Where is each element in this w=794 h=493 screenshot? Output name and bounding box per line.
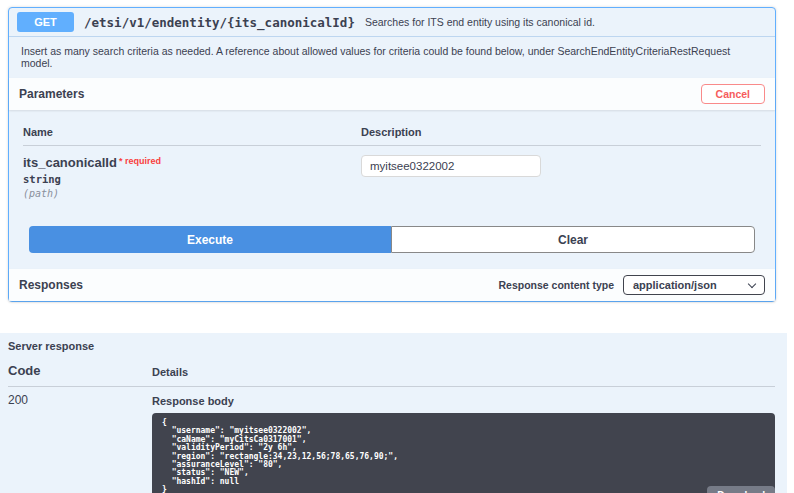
responses-title: Responses bbox=[19, 278, 83, 292]
endpoint-summary: Searches for ITS end entity using its ca… bbox=[365, 16, 595, 28]
response-content-type-label: Response content type bbox=[498, 279, 614, 291]
parameter-row: its_canonicalId* required string (path) bbox=[23, 146, 761, 199]
response-content-type-wrap: Response content type application/json bbox=[498, 275, 765, 295]
execute-button-group: Execute Clear bbox=[29, 226, 755, 253]
cancel-button[interactable]: Cancel bbox=[701, 84, 765, 104]
response-body-label: Response body bbox=[152, 395, 775, 407]
operation-summary[interactable]: GET /etsi/v1/endentity/{its_canonicalId}… bbox=[9, 8, 775, 37]
clear-button[interactable]: Clear bbox=[391, 226, 755, 253]
required-badge: * required bbox=[119, 156, 161, 166]
endpoint-path: /etsi/v1/endentity/{its_canonicalId} bbox=[84, 15, 355, 30]
server-response-section: Server response Code Details 200 Respons… bbox=[0, 333, 787, 493]
parameters-section-header: Parameters Cancel bbox=[9, 78, 775, 110]
response-body-block: { "username": "myitsee0322002", "caName"… bbox=[152, 413, 775, 493]
execute-button[interactable]: Execute bbox=[29, 226, 391, 253]
parameter-type: string bbox=[23, 173, 361, 185]
column-header-code: Code bbox=[8, 363, 152, 378]
download-button[interactable]: Download bbox=[707, 486, 775, 493]
column-header-description: Description bbox=[361, 126, 422, 138]
parameters-table: Name Description its_canonicalId* requir… bbox=[9, 110, 775, 253]
parameter-name-cell: its_canonicalId* required string (path) bbox=[23, 155, 361, 199]
response-content-type-value: application/json bbox=[633, 279, 717, 291]
response-details-cell: Response body { "username": "myitsee0322… bbox=[152, 393, 775, 493]
its-canonicalid-input[interactable] bbox=[361, 155, 541, 177]
parameter-name: its_canonicalId* required bbox=[23, 155, 361, 170]
parameter-description-cell bbox=[361, 155, 541, 199]
parameters-title: Parameters bbox=[19, 87, 84, 101]
response-content-type-select[interactable]: application/json bbox=[623, 275, 765, 295]
operation-description: Insert as many search criteria as needed… bbox=[9, 37, 775, 78]
chevron-down-icon bbox=[748, 279, 756, 287]
column-header-details: Details bbox=[152, 366, 188, 378]
http-method-badge: GET bbox=[17, 12, 74, 32]
parameters-table-header: Name Description bbox=[23, 120, 761, 146]
response-status-code: 200 bbox=[8, 393, 152, 493]
column-header-name: Name bbox=[23, 126, 361, 138]
server-response-table-header: Code Details bbox=[8, 363, 775, 387]
parameter-location: (path) bbox=[23, 188, 361, 199]
responses-section-header: Responses Response content type applicat… bbox=[9, 269, 775, 301]
server-response-row: 200 Response body { "username": "myitsee… bbox=[8, 387, 775, 493]
operation-block-get: GET /etsi/v1/endentity/{its_canonicalId}… bbox=[8, 7, 776, 302]
server-response-title: Server response bbox=[8, 340, 775, 363]
response-body-code: { "username": "myitsee0322002", "caName"… bbox=[162, 419, 765, 493]
